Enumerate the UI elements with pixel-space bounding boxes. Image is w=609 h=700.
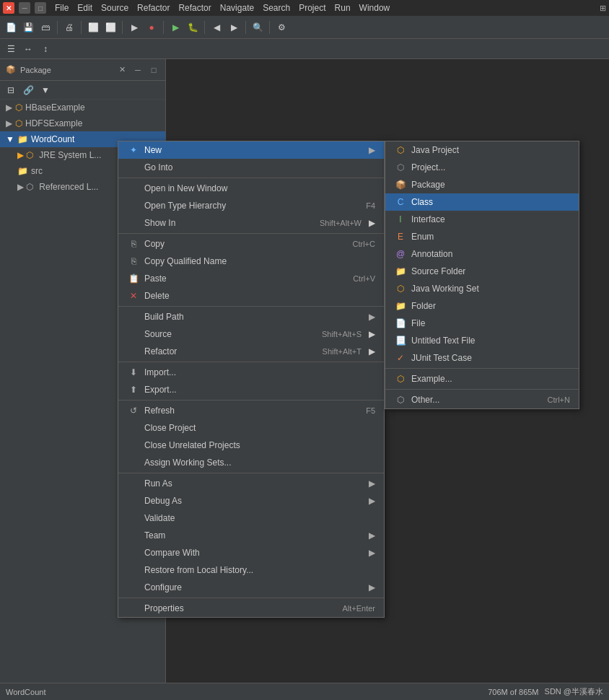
- file-icon: 📄: [394, 317, 407, 330]
- enum-icon: E: [394, 230, 407, 243]
- debug-as-arrow: ▶: [369, 496, 375, 506]
- ctx-paste[interactable]: 📋 Paste Ctrl+V: [118, 270, 384, 287]
- go-into-icon: [127, 161, 140, 174]
- ctx-refresh[interactable]: ↺ Refresh F5: [118, 402, 384, 419]
- close-unrel-icon: [127, 439, 140, 452]
- ctx-go-into[interactable]: Go Into: [118, 159, 384, 176]
- paste-shortcut: Ctrl+V: [353, 274, 375, 283]
- source-arrow: ▶: [369, 329, 375, 339]
- compare-arrow: ▶: [369, 548, 375, 558]
- copy-icon: ⎘: [127, 237, 140, 250]
- sub-untitled-text[interactable]: 📃 Untitled Text File: [385, 332, 579, 349]
- configure-arrow: ▶: [369, 582, 375, 592]
- ctx-new[interactable]: ✦ New ▶: [118, 141, 384, 159]
- source-folder-icon: 📁: [394, 265, 407, 278]
- context-menu: ✦ New ▶ Go Into Open in New Window Open …: [118, 141, 385, 618]
- sub-source-folder[interactable]: 📁 Source Folder: [385, 263, 579, 280]
- ctx-source[interactable]: Source Shift+Alt+S ▶: [118, 325, 384, 343]
- debug-as-icon: [127, 494, 140, 507]
- hier-icon: [127, 199, 140, 212]
- import-icon: ⬇: [127, 366, 140, 379]
- sub-enum[interactable]: E Enum: [385, 228, 579, 245]
- show-in-arrow: ▶: [369, 218, 375, 228]
- ctx-export[interactable]: ⬆ Export...: [118, 381, 384, 398]
- sub-project[interactable]: ⬡ Project...: [385, 159, 579, 176]
- ctx-assign-sets[interactable]: Assign Working Sets...: [118, 454, 384, 471]
- build-path-icon: [127, 310, 140, 323]
- ctx-open-new-window[interactable]: Open in New Window: [118, 180, 384, 197]
- team-arrow: ▶: [369, 530, 375, 541]
- source-icon: [127, 328, 140, 341]
- example-icon: ⬡: [394, 372, 407, 385]
- run-as-icon: [127, 477, 140, 490]
- source-shortcut: Shift+Alt+S: [322, 330, 362, 338]
- sub-class[interactable]: C Class: [385, 193, 579, 211]
- ctx-close-project[interactable]: Close Project: [118, 419, 384, 437]
- new-icon: ✦: [127, 144, 140, 157]
- ctx-validate[interactable]: Validate: [118, 509, 384, 527]
- sub-file[interactable]: 📄 File: [385, 315, 579, 332]
- copy-qual-icon: ⎘: [127, 255, 140, 268]
- ctx-build-path[interactable]: Build Path ▶: [118, 308, 384, 325]
- ctx-sep2: [118, 233, 384, 234]
- ctx-restore-history[interactable]: Restore from Local History...: [118, 561, 384, 579]
- open-window-icon: [127, 182, 140, 195]
- ctx-run-as[interactable]: Run As ▶: [118, 475, 384, 492]
- ctx-configure[interactable]: Configure ▶: [118, 579, 384, 596]
- java-project-icon: ⬡: [394, 144, 407, 157]
- ctx-copy[interactable]: ⎘ Copy Ctrl+C: [118, 235, 384, 253]
- run-as-arrow: ▶: [369, 478, 375, 489]
- junit-icon: ✓: [394, 351, 407, 364]
- sub-folder[interactable]: 📁 Folder: [385, 297, 579, 315]
- refresh-shortcut: F5: [366, 406, 375, 415]
- ctx-delete[interactable]: ✕ Delete: [118, 287, 384, 305]
- refresh-icon: ↺: [127, 404, 140, 417]
- compare-icon: [127, 546, 140, 559]
- team-icon: [127, 529, 140, 542]
- close-proj-icon: [127, 421, 140, 434]
- ctx-team[interactable]: Team ▶: [118, 527, 384, 544]
- ctx-sep4: [118, 362, 384, 362]
- hier-shortcut: F4: [366, 201, 375, 210]
- workset-icon: ⬡: [394, 282, 407, 295]
- ctx-sep1: [118, 178, 384, 178]
- show-in-shortcut: Shift+Alt+W: [320, 219, 362, 227]
- refactor-shortcut: Shift+Alt+T: [323, 347, 362, 356]
- new-arrow: ▶: [369, 145, 375, 155]
- annotation-icon: @: [394, 248, 407, 261]
- sub-example[interactable]: ⬡ Example...: [385, 370, 579, 388]
- sub-annotation[interactable]: @ Annotation: [385, 245, 579, 263]
- sub-sep1: [385, 368, 579, 369]
- paste-icon: 📋: [127, 272, 140, 285]
- class-icon: C: [394, 196, 407, 209]
- refactor-arrow: ▶: [369, 346, 375, 356]
- ctx-import[interactable]: ⬇ Import...: [118, 364, 384, 381]
- ctx-refactor[interactable]: Refactor Shift+Alt+T ▶: [118, 343, 384, 360]
- folder-icon: 📁: [394, 299, 407, 312]
- copy-shortcut: Ctrl+C: [353, 240, 375, 248]
- sub-java-project[interactable]: ⬡ Java Project: [385, 141, 579, 159]
- interface-icon: I: [394, 213, 407, 226]
- sub-other[interactable]: ⬡ Other... Ctrl+N: [385, 391, 579, 408]
- sub-package[interactable]: 📦 Package: [385, 176, 579, 193]
- restore-icon: [127, 564, 140, 577]
- ctx-show-in[interactable]: Show In Shift+Alt+W ▶: [118, 214, 384, 232]
- ctx-properties[interactable]: Properties Alt+Enter: [118, 600, 384, 617]
- ctx-debug-as[interactable]: Debug As ▶: [118, 492, 384, 509]
- show-in-icon: [127, 216, 140, 229]
- validate-icon: [127, 512, 140, 525]
- ctx-sep6: [118, 473, 384, 473]
- package-icon-sub: 📦: [394, 178, 407, 191]
- other-icon: ⬡: [394, 393, 407, 406]
- ctx-open-type-hier[interactable]: Open Type Hierarchy F4: [118, 197, 384, 214]
- ctx-copy-qualified[interactable]: ⎘ Copy Qualified Name: [118, 253, 384, 270]
- sub-java-working-set[interactable]: ⬡ Java Working Set: [385, 280, 579, 297]
- sub-sep2: [385, 389, 579, 390]
- export-icon: ⬆: [127, 383, 140, 396]
- ctx-close-unrelated[interactable]: Close Unrelated Projects: [118, 437, 384, 454]
- delete-icon: ✕: [127, 289, 140, 302]
- ctx-compare-with[interactable]: Compare With ▶: [118, 544, 384, 561]
- sub-interface[interactable]: I Interface: [385, 211, 579, 228]
- sub-junit[interactable]: ✓ JUnit Test Case: [385, 349, 579, 367]
- props-shortcut: Alt+Enter: [342, 604, 375, 613]
